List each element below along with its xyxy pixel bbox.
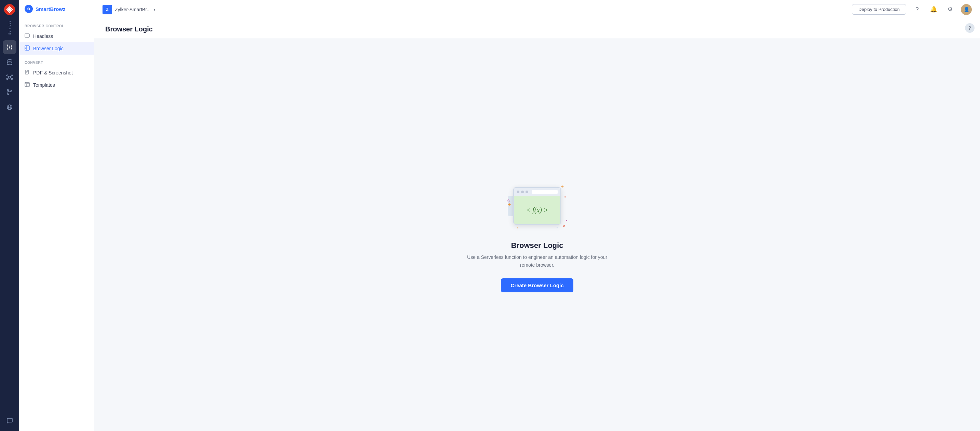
page-header: Browser Logic [94, 19, 980, 38]
create-browser-logic-button[interactable]: Create Browser Logic [501, 278, 573, 292]
rail-code-icon[interactable]: ⟨/⟩ [3, 40, 16, 54]
icon-rail: Services ⟨/⟩ [0, 0, 19, 431]
services-section: Services [8, 21, 11, 38]
pdf-icon [25, 70, 30, 76]
workspace-selector[interactable]: Z Zylker-SmartBr... ▾ [102, 5, 156, 14]
svg-point-6 [6, 78, 8, 79]
pdf-screenshot-label: PDF & Screenshot [33, 70, 73, 76]
empty-state: < f(x) > + + ◇ ● ● ● ● ✕ Browser Logic U… [452, 163, 622, 306]
svg-point-2 [7, 59, 12, 61]
deco-circle-4: ● [556, 227, 558, 229]
svg-point-1 [8, 8, 11, 11]
deco-circle-2: ● [565, 219, 567, 222]
main-area: Z Zylker-SmartBr... ▾ Deploy to Producti… [94, 0, 980, 431]
browser-control-section: BROWSER CONTROL Headless Browser Logic [19, 18, 94, 55]
convert-section: CONVERT PDF & Screenshot [19, 55, 94, 91]
floating-help-button[interactable]: ? [965, 23, 975, 33]
svg-point-20 [29, 8, 29, 9]
headless-label: Headless [33, 33, 53, 39]
topbar-left: Z Zylker-SmartBr... ▾ [102, 5, 156, 14]
svg-point-4 [6, 75, 8, 76]
sidebar-header: SmartBrowz [19, 0, 94, 18]
templates-label: Templates [33, 82, 55, 88]
svg-rect-23 [25, 46, 29, 50]
svg-rect-21 [25, 34, 29, 37]
notifications-button[interactable]: 🔔 [928, 4, 939, 15]
help-button[interactable]: ? [912, 4, 923, 15]
content-area: < f(x) > + + ◇ ● ● ● ● ✕ Browser Logic U… [94, 38, 980, 431]
svg-line-11 [10, 78, 11, 79]
deco-circle-1: ● [564, 195, 566, 198]
deco-circle-3: ● [517, 227, 518, 229]
svg-point-7 [11, 78, 13, 79]
templates-icon [25, 82, 30, 88]
rail-git-icon[interactable] [3, 86, 16, 99]
user-avatar[interactable]: 👤 [961, 4, 972, 15]
svg-point-12 [7, 89, 8, 91]
svg-point-5 [11, 75, 13, 76]
rail-globe-icon[interactable] [3, 100, 16, 114]
page-title: Browser Logic [105, 25, 969, 38]
illustration-formula: < f(x) > [526, 206, 549, 214]
empty-state-illustration: < f(x) > + + ◇ ● ● ● ● ✕ [506, 177, 568, 231]
deco-x: ✕ [562, 224, 565, 228]
topbar: Z Zylker-SmartBr... ▾ Deploy to Producti… [94, 0, 980, 19]
url-bar [532, 190, 558, 194]
headless-icon [25, 33, 30, 39]
svg-rect-27 [25, 70, 29, 74]
svg-line-8 [8, 76, 9, 76]
browser-logic-label: Browser Logic [33, 46, 64, 51]
deco-plus-1: + [561, 184, 564, 190]
browser-logic-icon [25, 46, 30, 52]
sidebar: SmartBrowz BROWSER CONTROL Headless [19, 0, 94, 431]
deco-diamond: ◇ [507, 198, 510, 203]
empty-state-description: Use a Serverless function to engineer an… [465, 254, 609, 269]
sidebar-item-headless[interactable]: Headless [19, 30, 94, 42]
app-logo[interactable] [3, 3, 16, 16]
topbar-right: Deploy to Production ? 🔔 ⚙ 👤 [852, 4, 972, 15]
dot-3 [525, 190, 528, 193]
illustration-browser: < f(x) > [513, 187, 561, 225]
workspace-name: Zylker-SmartBr... [115, 7, 151, 12]
empty-state-title: Browser Logic [511, 241, 563, 250]
sidebar-logo [25, 5, 33, 13]
sidebar-app-name: SmartBrowz [35, 6, 65, 12]
illustration-titlebar [514, 188, 560, 196]
svg-line-9 [10, 76, 11, 76]
services-label: Services [8, 21, 11, 35]
svg-point-13 [7, 93, 8, 95]
sidebar-item-pdf-screenshot[interactable]: PDF & Screenshot [19, 67, 94, 79]
rail-database-icon[interactable] [3, 55, 16, 69]
dot-1 [517, 190, 519, 193]
sidebar-item-templates[interactable]: Templates [19, 79, 94, 91]
settings-button[interactable]: ⚙ [945, 4, 955, 15]
deploy-button[interactable]: Deploy to Production [852, 4, 906, 15]
rail-chat-icon[interactable] [3, 414, 16, 428]
workspace-dropdown-icon[interactable]: ▾ [153, 7, 156, 12]
convert-label: CONVERT [19, 55, 94, 67]
sidebar-item-browser-logic[interactable]: Browser Logic [19, 42, 94, 55]
illustration-body: < f(x) > [514, 196, 560, 224]
dot-2 [521, 190, 524, 193]
svg-line-10 [8, 78, 9, 79]
browser-control-label: BROWSER CONTROL [19, 18, 94, 30]
rail-integration-icon[interactable] [3, 70, 16, 84]
svg-rect-30 [25, 82, 29, 87]
workspace-avatar: Z [102, 5, 112, 14]
